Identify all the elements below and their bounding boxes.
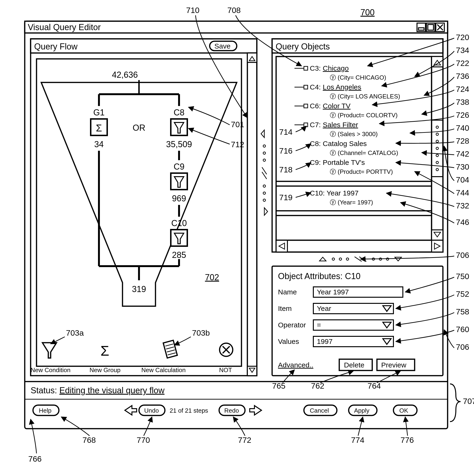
svg-text:ⓨ (Year= 1997): ⓨ (Year= 1997) [330, 199, 373, 206]
svg-text:703a: 703a [66, 328, 84, 337]
svg-text:Σ: Σ [100, 343, 109, 359]
svg-rect-104 [313, 320, 393, 330]
svg-text:774: 774 [351, 436, 365, 444]
c8-label: C8 [174, 108, 184, 117]
new-calculation-label: New Calculation [141, 366, 186, 374]
c10-value: 285 [172, 250, 186, 260]
svg-text:716: 716 [279, 146, 293, 155]
svg-text:Undo: Undo [144, 407, 159, 414]
svg-text:Save: Save [214, 42, 230, 50]
svg-text:732: 732 [456, 201, 469, 210]
g1-value: 34 [94, 139, 104, 149]
attributes-title: Object Attributes: C10 [278, 271, 360, 281]
svg-text:1997: 1997 [317, 338, 333, 345]
name-input[interactable]: Year 1997 [313, 287, 403, 297]
c8-value: 35,509 [166, 139, 192, 149]
sigma-icon: Σ [96, 122, 102, 134]
svg-text:706: 706 [456, 251, 469, 259]
svg-text:Year 1997: Year 1997 [317, 288, 349, 296]
svg-text:734: 734 [456, 46, 469, 55]
advanced-link[interactable]: Advanced.. [278, 361, 313, 369]
new-group-button[interactable]: Σ [100, 343, 109, 359]
query-objects-title: Query Objects [276, 42, 330, 51]
undo-button[interactable]: Undo [139, 405, 165, 415]
apply-button[interactable]: Apply [349, 405, 377, 415]
svg-text:Year: Year [317, 305, 331, 312]
c10-node[interactable] [171, 230, 187, 246]
svg-rect-66 [304, 67, 308, 70]
values-label: Values [278, 338, 299, 345]
svg-text:772: 772 [238, 436, 251, 444]
svg-text:766: 766 [28, 454, 42, 463]
svg-text:C3: Chicago: C3: Chicago [310, 64, 349, 72]
svg-text:712: 712 [231, 140, 244, 149]
svg-text:770: 770 [137, 436, 150, 444]
window-title: Visual Query Editor [28, 22, 101, 32]
c9-value: 969 [172, 194, 186, 203]
g1-label: G1 [93, 108, 105, 117]
name-label: Name [278, 288, 297, 296]
redo-button[interactable]: Redo [219, 405, 245, 415]
svg-rect-14 [36, 59, 242, 366]
svg-text:742: 742 [456, 149, 469, 158]
g1-node[interactable]: Σ [91, 119, 107, 136]
svg-text:706: 706 [456, 342, 469, 351]
svg-text:ⓨ (Channel= CATALOG): ⓨ (Channel= CATALOG) [330, 149, 398, 156]
svg-text:724: 724 [456, 85, 469, 94]
svg-text:764: 764 [368, 381, 381, 390]
svg-text:720: 720 [456, 33, 469, 42]
svg-text:762: 762 [311, 381, 324, 390]
svg-text:708: 708 [227, 6, 241, 15]
svg-rect-52 [432, 230, 443, 240]
svg-text:750: 750 [456, 272, 469, 281]
c9-node[interactable] [171, 173, 187, 190]
svg-text:776: 776 [401, 436, 414, 444]
svg-text:758: 758 [456, 307, 469, 316]
svg-text:ⓨ (Sales > 3000): ⓨ (Sales > 3000) [330, 131, 378, 137]
svg-text:719: 719 [279, 193, 293, 202]
svg-text:701: 701 [231, 120, 244, 129]
operator-select[interactable]: = [313, 320, 393, 330]
steps-label: 21 of 21 steps [170, 407, 208, 414]
funnel-diagram: 42,636 G1 Σ 34 OR C8 35,509 [36, 59, 242, 366]
svg-text:ⓨ (Product= PORTTV): ⓨ (Product= PORTTV) [330, 168, 393, 175]
svg-text:=: = [317, 321, 321, 329]
delete-button[interactable]: Delete [339, 359, 372, 371]
svg-text:Help: Help [39, 407, 51, 414]
item-select[interactable]: Year [313, 303, 393, 314]
svg-text:722: 722 [456, 59, 469, 68]
panel-702-label: 702 [205, 272, 219, 282]
scroll-down-icon[interactable] [247, 366, 257, 376]
cancel-button[interactable]: Cancel [304, 405, 337, 415]
funnel-bottom-value: 319 [132, 284, 146, 294]
svg-text:760: 760 [456, 325, 469, 334]
svg-text:730: 730 [456, 162, 469, 171]
svg-rect-13 [247, 53, 257, 376]
svg-text:ⓨ (City= LOS ANGELES): ⓨ (City= LOS ANGELES) [330, 93, 400, 100]
svg-text:765: 765 [272, 381, 285, 390]
not-button[interactable] [220, 343, 233, 356]
values-select[interactable]: 1997 [313, 336, 393, 347]
new-condition-label: New Condition [31, 366, 70, 374]
svg-text:714: 714 [279, 127, 293, 136]
c10-label: C10 [171, 218, 187, 228]
svg-rect-63 [276, 240, 287, 252]
not-label: NOT [219, 366, 232, 374]
svg-rect-62 [276, 240, 443, 252]
svg-text:C9: Portable TV's: C9: Portable TV's [310, 158, 365, 166]
svg-text:C10: Year 1997: C10: Year 1997 [310, 189, 359, 197]
c8-node[interactable] [171, 119, 187, 136]
svg-text:740: 740 [456, 123, 469, 132]
save-button[interactable]: Save [210, 41, 237, 51]
main-window: Visual Query Editor Query Flow Save 42,6… [25, 21, 448, 429]
preview-button[interactable]: Preview [377, 359, 415, 371]
svg-text:ⓨ (City= CHICAGO): ⓨ (City= CHICAGO) [330, 74, 386, 81]
svg-text:726: 726 [456, 110, 469, 119]
svg-text:704: 704 [456, 175, 469, 184]
svg-text:Apply: Apply [354, 407, 369, 414]
help-button[interactable]: Help [33, 405, 59, 415]
ok-button[interactable]: OK [393, 405, 417, 415]
svg-text:C6: Color TV: C6: Color TV [310, 102, 351, 110]
svg-text:703b: 703b [192, 328, 210, 337]
object-attributes-panel: Object Attributes: C10 Name Year 1997 It… [272, 266, 443, 376]
